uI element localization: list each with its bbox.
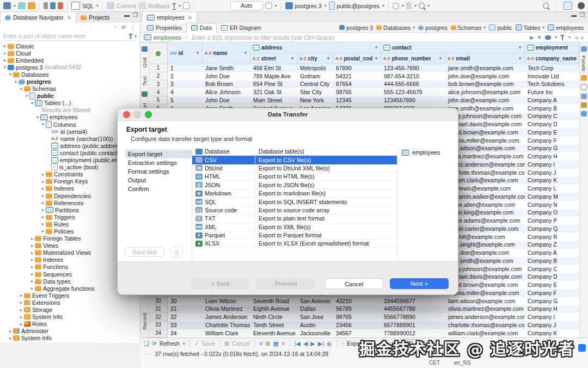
wizard-step-output[interactable]: Output <box>125 176 192 185</box>
history-clock-icon[interactable] <box>265 2 272 9</box>
table-cell[interactable]: john.doe@example.com <box>445 72 525 81</box>
tree-item[interactable]: ▾Tables (...) <box>0 100 140 107</box>
chevron-down-icon[interactable]: ▾ <box>483 25 486 30</box>
plug-add-icon[interactable] <box>50 2 56 9</box>
table-cell[interactable]: alice.johnson@example.com <box>445 88 525 96</box>
chevron-down-icon[interactable]: ▾ <box>2 65 8 70</box>
table-cell[interactable]: 98765 <box>333 313 381 321</box>
collapse-all-icon[interactable]: − <box>114 24 117 30</box>
chevron-down-icon[interactable]: ▾ <box>427 3 430 8</box>
table-cell[interactable]: Company A <box>525 249 579 257</box>
add-row-icon[interactable]: ⊞ <box>265 340 270 347</box>
column-header-postal-code[interactable]: A-Zpostal_code▼ <box>333 53 381 64</box>
row-number-cell[interactable]: 1 <box>149 64 168 72</box>
chevron-down-icon[interactable]: ▾ <box>40 122 46 127</box>
plug-icon[interactable] <box>44 2 48 9</box>
row-number-cell[interactable]: 32 <box>149 313 168 321</box>
table-cell[interactable]: liam.wilson@example.com <box>445 297 525 305</box>
breadcrumb-item[interactable]: postgres 3 <box>339 24 373 31</box>
table-cell[interactable]: Company F <box>525 137 579 145</box>
row-number-cell[interactable]: 2 <box>149 72 168 81</box>
table-cell[interactable]: Gotham <box>297 72 333 81</box>
table-cell[interactable]: 67890 <box>333 64 381 72</box>
chevron-down-icon[interactable]: ▾ <box>14 3 16 8</box>
minimize-view-icon[interactable]: ▬ <box>124 12 130 23</box>
breadcrumb-item[interactable]: Databases▾ <box>376 24 415 31</box>
sort-dropdown-icon[interactable]: ▼ <box>518 56 522 61</box>
dialog-titlebar[interactable]: Data Transfer <box>118 108 458 121</box>
network-icon[interactable] <box>393 3 399 9</box>
table-cell[interactable]: Company E <box>525 128 579 137</box>
table-row[interactable]: 33Bob Brown654 Pine StCentral City876544… <box>149 81 579 89</box>
lock-icon[interactable] <box>183 2 189 9</box>
table-row[interactable]: 3333Charlotte ThomasTenth StreetAustin23… <box>149 321 579 329</box>
grouping-icon[interactable] <box>581 102 587 108</box>
chevron-right-icon[interactable]: ▸ <box>40 200 46 205</box>
column-group-address[interactable]: address▼ A-Zstreet▼ A-Zcity▼ A-Zpostal_c… <box>250 42 381 64</box>
export-format-row[interactable]: DatabaseDatabase table(s) <box>192 148 397 156</box>
table-cell[interactable]: 321 Oak St <box>250 88 297 96</box>
breadcrumb-item[interactable]: employees <box>548 24 584 31</box>
table-cell[interactable]: Dallas <box>297 305 333 314</box>
table-cell[interactable]: New York <box>297 96 333 105</box>
next-button[interactable]: Next > <box>390 278 449 289</box>
chevron-right-icon[interactable]: ▸ <box>40 229 46 234</box>
perspective-icon[interactable] <box>564 2 572 10</box>
chevron-right-icon[interactable]: ▸ <box>19 308 24 312</box>
next-page-icon[interactable]: ▶ <box>310 340 315 347</box>
chevron-right-icon[interactable]: ▸ <box>40 207 46 212</box>
export-format-row[interactable]: dbDbUnitExport to DbUnit XML file(s) <box>192 164 397 173</box>
chevron-right-icon[interactable]: ▸ <box>29 250 35 255</box>
chevron-down-icon[interactable]: ▾ <box>402 3 404 8</box>
table-cell[interactable]: Jane Smith <box>203 64 250 72</box>
table-cell[interactable]: 12345 <box>333 96 381 105</box>
table-cell[interactable]: Company D <box>525 120 579 128</box>
table-cell[interactable]: 31 <box>168 305 203 314</box>
chevron-right-icon[interactable]: ▸ <box>19 322 24 327</box>
overflow-menu-icon[interactable]: ⋮ <box>130 24 136 30</box>
export-format-row[interactable]: XXLSXExport to XLSX (Excel spreadsheet) … <box>192 240 397 248</box>
first-page-icon[interactable]: |◀ <box>294 340 300 347</box>
tab-er-diagram[interactable]: ER Diagram <box>217 23 265 33</box>
chevron-right-icon[interactable]: ▸ <box>40 222 46 226</box>
table-cell[interactable]: Central City <box>297 81 333 89</box>
edit-row-icon[interactable]: ≡ <box>259 340 262 347</box>
tree-item[interactable]: ▸iStorage <box>0 306 140 313</box>
table-cell[interactable]: Company G <box>525 297 579 305</box>
table-cell[interactable]: Austin <box>297 321 333 329</box>
chevron-right-icon[interactable]: ▸ <box>40 193 46 198</box>
table-cell[interactable]: Company O <box>525 209 579 217</box>
column-header-company-name[interactable]: A-Zcompany_name <box>525 53 579 64</box>
maximize-editor-icon[interactable]: ❐ <box>580 12 585 23</box>
calc-panel-icon[interactable] <box>580 84 587 90</box>
table-cell[interactable]: 3 <box>168 81 203 89</box>
active-database-label[interactable]: public@postgres <box>337 3 379 9</box>
table-cell[interactable]: 987-654-3210 <box>381 72 445 81</box>
column-header-city[interactable]: A-Zcity▼ <box>297 53 333 64</box>
table-cell[interactable]: 654 Pine St <box>250 81 297 89</box>
tab-database-navigator[interactable]: Database Navigator ✕ <box>0 12 76 23</box>
table-cell[interactable]: 43210 <box>333 297 381 305</box>
active-connection-label[interactable]: postgres 3 <box>295 3 322 9</box>
chevron-right-icon[interactable]: ▸ <box>29 236 35 241</box>
table-cell[interactable]: 32 <box>168 313 203 321</box>
table-row[interactable]: 44Alice Johnson321 Oak StStar City987655… <box>149 88 579 96</box>
chevron-down-icon[interactable]: ▾ <box>275 3 277 8</box>
chevron-down-icon[interactable]: ▾ <box>29 101 35 106</box>
table-cell[interactable]: Metropolis <box>297 64 333 72</box>
chevron-right-icon[interactable]: ▸ <box>29 257 35 262</box>
table-cell[interactable]: Tech Solutions <box>525 81 579 89</box>
tree-item[interactable]: ▸iSystem Info <box>0 314 140 321</box>
table-cell[interactable]: 30 <box>168 297 203 305</box>
chevron-down-icon[interactable]: ▾ <box>414 3 416 8</box>
table-cell[interactable]: 23456 <box>333 321 381 329</box>
tree-item[interactable]: ▾postgres 3localhost:5432 <box>0 64 140 71</box>
minimize-editor-icon[interactable]: ▬ <box>571 12 577 23</box>
table-row[interactable]: 22John Doe789 Maple AveGotham54321987-65… <box>149 72 579 81</box>
breadcrumb-item[interactable]: Schemas▾ <box>451 24 486 31</box>
table-cell[interactable]: charlotte.thomas@example.com <box>445 321 525 329</box>
search-icon[interactable] <box>419 3 425 9</box>
grid-corner-cell[interactable] <box>149 42 168 64</box>
table-cell[interactable]: Company K <box>525 177 579 185</box>
panels-label[interactable]: Panels <box>581 56 587 71</box>
